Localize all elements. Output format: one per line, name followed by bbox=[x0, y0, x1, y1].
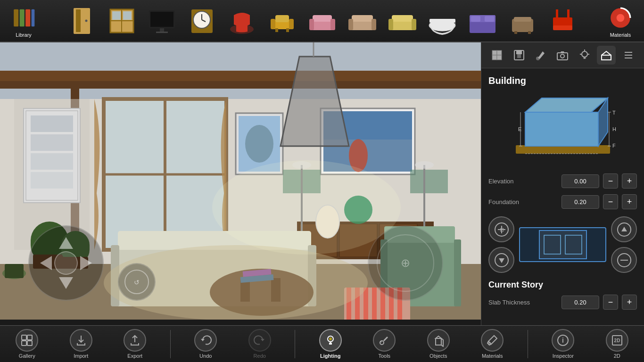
svg-point-138 bbox=[536, 57, 540, 60]
svg-text:H: H bbox=[612, 126, 616, 132]
furniture-chair-red[interactable] bbox=[223, 2, 261, 40]
story-down-btn[interactable] bbox=[488, 247, 514, 273]
panel-paint-tool[interactable] bbox=[531, 46, 550, 65]
svg-rect-28 bbox=[313, 15, 332, 22]
rotate-ring[interactable]: ↺ bbox=[118, 263, 156, 301]
panel-camera-tool[interactable] bbox=[553, 46, 572, 65]
furniture-window[interactable] bbox=[103, 2, 140, 40]
svg-rect-193 bbox=[436, 338, 441, 345]
svg-rect-136 bbox=[516, 50, 522, 54]
building-diagram: T H F E bbox=[506, 93, 619, 164]
svg-rect-37 bbox=[388, 19, 393, 30]
navigation-ring[interactable] bbox=[28, 225, 104, 301]
svg-rect-25 bbox=[275, 28, 278, 32]
svg-point-93 bbox=[415, 161, 434, 169]
svg-marker-185 bbox=[201, 339, 205, 341]
materials-button[interactable]: Materials bbox=[473, 329, 511, 359]
svg-point-141 bbox=[582, 51, 587, 57]
panel-save-tool[interactable] bbox=[510, 46, 528, 65]
svg-text:↺: ↺ bbox=[134, 279, 140, 286]
svg-rect-23 bbox=[271, 19, 275, 29]
slab-plus[interactable]: + bbox=[622, 295, 637, 310]
svg-point-196 bbox=[488, 342, 491, 345]
import-button[interactable]: Import bbox=[62, 329, 100, 359]
furniture-bathtub[interactable] bbox=[423, 2, 461, 40]
elevation-plus[interactable]: + bbox=[622, 173, 637, 189]
svg-rect-60 bbox=[0, 71, 481, 81]
tools-label: Tools bbox=[378, 353, 390, 359]
2d-icon: 2D bbox=[606, 329, 628, 352]
svg-rect-0 bbox=[14, 9, 18, 27]
furniture-door[interactable] bbox=[63, 2, 100, 40]
slab-minus[interactable]: − bbox=[603, 295, 618, 310]
svg-rect-137 bbox=[517, 54, 521, 58]
inspector-label: Inspector bbox=[553, 353, 574, 359]
elevation-input[interactable] bbox=[561, 174, 599, 188]
elevation-minus[interactable]: − bbox=[603, 173, 618, 189]
foundation-minus[interactable]: − bbox=[603, 194, 618, 209]
furniture-tv[interactable] bbox=[143, 2, 181, 40]
furniture-ottoman[interactable] bbox=[504, 2, 541, 40]
viewport[interactable]: ↺ ⊕ bbox=[0, 42, 481, 320]
svg-marker-124 bbox=[59, 277, 73, 289]
objects-label: Objects bbox=[429, 353, 447, 359]
top-toolbar: Library bbox=[0, 0, 644, 42]
remove-story-btn[interactable] bbox=[611, 247, 637, 273]
svg-rect-67 bbox=[31, 172, 73, 189]
svg-rect-52 bbox=[553, 25, 572, 30]
bottom-toolbar: Gallery Import Export Undo Redo Lighting bbox=[0, 325, 644, 362]
slab-thickness-input[interactable] bbox=[561, 296, 599, 309]
svg-rect-1 bbox=[20, 9, 25, 27]
svg-rect-181 bbox=[22, 335, 26, 340]
svg-rect-13 bbox=[150, 12, 173, 27]
library-button[interactable]: Library bbox=[5, 1, 42, 40]
furniture-sofa-beige[interactable] bbox=[343, 2, 381, 40]
panel-objects-tool[interactable] bbox=[487, 46, 506, 65]
export-label: Export bbox=[127, 353, 142, 359]
foundation-input[interactable] bbox=[561, 195, 599, 209]
panel-building-tool[interactable] bbox=[597, 46, 616, 65]
furniture-chair-red2[interactable] bbox=[544, 2, 581, 40]
svg-rect-44 bbox=[485, 16, 494, 22]
redo-button[interactable]: Redo bbox=[241, 329, 279, 359]
svg-marker-195 bbox=[441, 338, 443, 346]
divider-2 bbox=[295, 330, 295, 358]
add-story-btn[interactable]: ⊞ bbox=[488, 216, 514, 242]
svg-point-140 bbox=[561, 54, 564, 58]
svg-rect-182 bbox=[27, 335, 32, 340]
undo-button[interactable]: Undo bbox=[187, 329, 224, 359]
import-label: Import bbox=[74, 353, 88, 359]
orbit-ring[interactable]: ⊕ bbox=[368, 225, 443, 301]
furniture-clock[interactable] bbox=[183, 2, 221, 40]
svg-marker-154 bbox=[525, 98, 608, 112]
undo-icon bbox=[194, 329, 217, 352]
2d-button[interactable]: 2D 2D bbox=[598, 329, 636, 359]
inspector-button[interactable]: i Inspector bbox=[544, 329, 582, 359]
materials-button[interactable]: Materials bbox=[602, 1, 639, 40]
furniture-bed-purple[interactable] bbox=[463, 2, 501, 40]
export-button[interactable]: Export bbox=[116, 329, 154, 359]
inspector-icon: i bbox=[552, 329, 574, 352]
right-panel: Building T H F E bbox=[481, 42, 644, 362]
svg-rect-132 bbox=[497, 50, 502, 55]
svg-rect-2 bbox=[25, 9, 30, 27]
slab-thickness-row: Slab Thickness − + bbox=[488, 295, 637, 310]
panel-light-tool[interactable] bbox=[575, 46, 594, 65]
svg-rect-66 bbox=[31, 153, 73, 170]
2d-label: 2D bbox=[614, 353, 620, 359]
furniture-sofa-yellow[interactable] bbox=[383, 2, 421, 40]
svg-marker-186 bbox=[261, 339, 264, 341]
gallery-button[interactable]: Gallery bbox=[8, 329, 46, 359]
furniture-armchair-yellow[interactable] bbox=[263, 2, 301, 40]
svg-rect-33 bbox=[348, 19, 353, 30]
story-up-btn[interactable] bbox=[611, 216, 637, 242]
objects-button[interactable]: Objects bbox=[420, 329, 457, 359]
foundation-plus[interactable]: + bbox=[622, 194, 637, 209]
svg-marker-176 bbox=[621, 227, 627, 231]
tools-button[interactable]: Tools bbox=[365, 329, 403, 359]
objects-icon bbox=[427, 329, 450, 352]
panel-list-tool[interactable] bbox=[619, 46, 638, 65]
furniture-sofa-pink[interactable] bbox=[303, 2, 341, 40]
lighting-button[interactable]: Lighting bbox=[312, 329, 349, 359]
svg-rect-29 bbox=[309, 19, 314, 30]
